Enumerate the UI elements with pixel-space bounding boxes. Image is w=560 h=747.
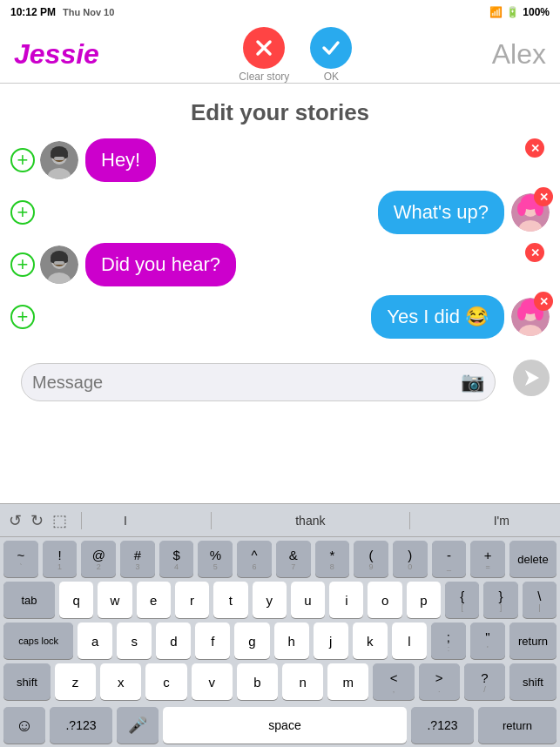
key-p[interactable]: p bbox=[407, 582, 441, 618]
key-7[interactable]: &7 bbox=[276, 541, 311, 577]
key-5[interactable]: %5 bbox=[198, 541, 233, 577]
delete-button-2[interactable]: ✕ bbox=[534, 187, 553, 206]
clear-story-button[interactable] bbox=[243, 27, 285, 69]
key-row-3: caps lock a s d f g h j k l ;: "' return bbox=[3, 622, 557, 659]
add-button-2[interactable]: + bbox=[10, 200, 35, 225]
caps-lock-key[interactable]: caps lock bbox=[3, 622, 73, 659]
space-key[interactable]: space bbox=[163, 707, 407, 744]
bubble-2: What's up? bbox=[378, 191, 504, 234]
alex-name: Alex bbox=[492, 38, 546, 71]
delete-key[interactable]: delete bbox=[509, 541, 557, 577]
key-3[interactable]: #3 bbox=[120, 541, 155, 577]
svg-marker-28 bbox=[525, 370, 539, 386]
key-period[interactable]: >. bbox=[419, 663, 460, 700]
page-title: Edit your stories bbox=[0, 99, 560, 126]
key-y[interactable]: y bbox=[253, 582, 287, 618]
key-q[interactable]: q bbox=[59, 582, 93, 618]
key-rows: ~` !1 @2 #3 $4 %5 ^6 &7 *8 (9 )0 -_ += d… bbox=[0, 537, 560, 707]
key-e[interactable]: e bbox=[137, 582, 171, 618]
key-rbrace[interactable]: }] bbox=[483, 582, 517, 618]
message-input[interactable] bbox=[32, 373, 452, 393]
undo-icon[interactable]: ↺ bbox=[9, 511, 22, 530]
key-u[interactable]: u bbox=[291, 582, 325, 618]
key-g[interactable]: g bbox=[234, 622, 269, 659]
key-o[interactable]: o bbox=[368, 582, 401, 618]
paste-icon[interactable]: ⬚ bbox=[52, 511, 67, 530]
key-s[interactable]: s bbox=[117, 622, 152, 659]
mic-key[interactable]: 🎤 bbox=[117, 707, 159, 744]
key-n[interactable]: n bbox=[282, 663, 323, 700]
wifi-icon: 📶 bbox=[489, 6, 503, 18]
key-b[interactable]: b bbox=[237, 663, 278, 700]
key-h[interactable]: h bbox=[274, 622, 309, 659]
key-pipe[interactable]: \| bbox=[523, 582, 557, 618]
key-quote[interactable]: "' bbox=[470, 622, 505, 659]
key-j[interactable]: j bbox=[314, 622, 348, 659]
key-slash[interactable]: ?/ bbox=[464, 663, 505, 700]
return-key[interactable]: return bbox=[509, 622, 557, 659]
ac-word-3[interactable]: I'm bbox=[494, 514, 509, 528]
key-r[interactable]: r bbox=[175, 582, 209, 618]
avatar-jessie-1 bbox=[40, 141, 78, 179]
svg-point-13 bbox=[517, 202, 526, 216]
key-k[interactable]: k bbox=[353, 622, 388, 659]
num-key-right[interactable]: .?123 bbox=[411, 707, 474, 744]
key-c[interactable]: c bbox=[145, 663, 186, 700]
key-8[interactable]: *8 bbox=[315, 541, 350, 577]
key-4[interactable]: $4 bbox=[159, 541, 194, 577]
delete-button-3[interactable]: ✕ bbox=[525, 243, 544, 262]
ok-label: OK bbox=[324, 71, 339, 83]
key-semi[interactable]: ;: bbox=[431, 622, 466, 659]
key-i[interactable]: i bbox=[329, 582, 363, 618]
bubble-4: Yes I did 😂 bbox=[371, 295, 504, 339]
avatar-svg-jessie bbox=[40, 141, 78, 179]
key-dash[interactable]: -_ bbox=[432, 541, 467, 577]
key-w[interactable]: w bbox=[98, 582, 132, 618]
key-d[interactable]: d bbox=[156, 622, 191, 659]
add-button-1[interactable]: + bbox=[10, 148, 35, 172]
delete-button-4[interactable]: ✕ bbox=[534, 292, 553, 311]
key-6[interactable]: ^6 bbox=[237, 541, 272, 577]
bottom-row: ☺ .?123 🎤 space .?123 return bbox=[0, 707, 560, 747]
input-bar-container: 📷 bbox=[10, 349, 550, 407]
header: Jessie Clear story OK bbox=[0, 21, 560, 84]
key-v[interactable]: v bbox=[192, 663, 233, 700]
redo-icon[interactable]: ↻ bbox=[30, 511, 44, 530]
emoji-key[interactable]: ☺ bbox=[3, 707, 45, 744]
shift-left-key[interactable]: shift bbox=[3, 663, 51, 700]
key-m[interactable]: m bbox=[327, 663, 368, 700]
key-tilde[interactable]: ~` bbox=[3, 541, 38, 577]
ok-wrap: OK bbox=[310, 27, 352, 83]
message-text-3: Did you hear? bbox=[101, 253, 220, 275]
key-x[interactable]: x bbox=[100, 663, 141, 700]
key-row-2: tab q w e r t y u i o p {[ }] \| bbox=[3, 582, 557, 618]
key-comma[interactable]: <, bbox=[373, 663, 414, 700]
tab-key[interactable]: tab bbox=[3, 582, 55, 618]
key-9[interactable]: (9 bbox=[354, 541, 388, 577]
num-key-left[interactable]: .?123 bbox=[50, 707, 112, 744]
message-row-3: + Did you hear? ✕ bbox=[10, 243, 550, 286]
key-2[interactable]: @2 bbox=[81, 541, 116, 577]
ac-word-2[interactable]: thank bbox=[295, 514, 325, 528]
key-0[interactable]: )0 bbox=[393, 541, 428, 577]
x-icon bbox=[252, 36, 276, 60]
return-key-bottom[interactable]: return bbox=[478, 707, 557, 744]
key-lbrace[interactable]: {[ bbox=[445, 582, 479, 618]
shift-right-key[interactable]: shift bbox=[509, 663, 557, 700]
key-t[interactable]: t bbox=[213, 582, 247, 618]
ac-word-1[interactable]: I bbox=[124, 514, 127, 528]
add-button-4[interactable]: + bbox=[10, 305, 35, 329]
key-l[interactable]: l bbox=[392, 622, 427, 659]
key-f[interactable]: f bbox=[195, 622, 230, 659]
avatar-jessie-3 bbox=[40, 246, 78, 284]
clear-story-label: Clear story bbox=[239, 71, 289, 83]
ok-button[interactable] bbox=[310, 27, 352, 69]
key-row-1: ~` !1 @2 #3 $4 %5 ^6 &7 *8 (9 )0 -_ += d… bbox=[3, 541, 557, 577]
add-button-3[interactable]: + bbox=[10, 252, 35, 277]
key-plus[interactable]: += bbox=[470, 541, 505, 577]
key-z[interactable]: z bbox=[55, 663, 96, 700]
key-a[interactable]: a bbox=[78, 622, 112, 659]
key-1[interactable]: !1 bbox=[43, 541, 78, 577]
delete-button-1[interactable]: ✕ bbox=[525, 138, 544, 158]
send-button[interactable] bbox=[513, 360, 550, 396]
